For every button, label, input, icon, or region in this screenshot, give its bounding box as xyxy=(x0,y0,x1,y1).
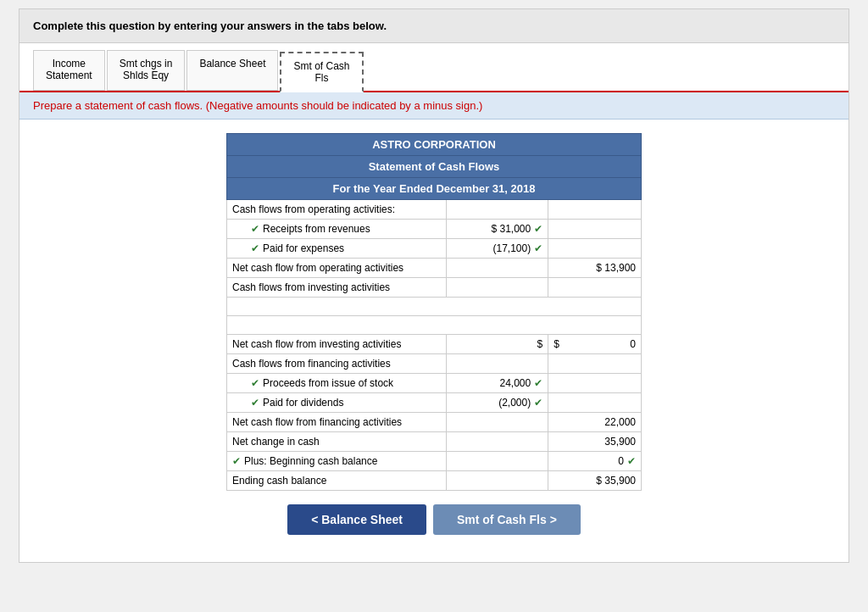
instruction-warning: (Negative amounts should be indicated by… xyxy=(206,99,483,112)
nav-buttons: < Balance Sheet Smt of Cash Fls > xyxy=(33,504,835,548)
content-area: ASTRO CORPORATION Statement of Cash Flow… xyxy=(19,120,849,562)
table-row: Ending cash balance$ 35,900 xyxy=(227,471,642,491)
table-row: Net cash flow from financing activities2… xyxy=(227,413,642,432)
table-row: ✔Paid for expenses(17,100)✔ xyxy=(227,239,642,259)
company-name: ASTRO CORPORATION xyxy=(227,134,642,156)
table-row: ✔Paid for dividends(2,000)✔ xyxy=(227,393,642,413)
tab-smt-cash[interactable]: Smt of CashFls xyxy=(280,52,363,92)
instruction-bar: Complete this question by entering your … xyxy=(19,9,849,43)
table-row: Cash flows from financing activities xyxy=(227,354,642,374)
tab-balance-sheet[interactable]: Balance Sheet xyxy=(186,50,278,91)
table-row: Net change in cash35,900 xyxy=(227,432,642,452)
statement-title: Statement of Cash Flows xyxy=(227,156,642,178)
statement-table: ASTRO CORPORATION Statement of Cash Flow… xyxy=(226,133,642,491)
table-row: Net cash flow from operating activities$… xyxy=(227,259,642,278)
instruction-main: Prepare a statement of cash flows. xyxy=(33,99,203,112)
prev-button[interactable]: < Balance Sheet xyxy=(287,504,426,535)
next-button[interactable]: Smt of Cash Fls > xyxy=(433,504,581,535)
table-row: ✔Receipts from revenues$ 31,000✔ xyxy=(227,220,642,239)
table-row xyxy=(227,316,642,335)
tab-smt-chgs[interactable]: Smt chgs inShlds Eqy xyxy=(107,50,186,91)
table-row xyxy=(227,298,642,316)
instruction-text: Prepare a statement of cash flows. (Nega… xyxy=(19,92,849,120)
table-row: ✔Plus: Beginning cash balance0✔ xyxy=(227,452,642,471)
tabs-row: IncomeStatement Smt chgs inShlds Eqy Bal… xyxy=(19,43,849,92)
period: For the Year Ended December 31, 2018 xyxy=(227,178,642,200)
tab-income-statement[interactable]: IncomeStatement xyxy=(33,50,105,91)
table-row: Net cash flow from investing activities$… xyxy=(227,335,642,354)
table-row: Cash flows from operating activities: xyxy=(227,200,642,220)
table-row: Cash flows from investing activities xyxy=(227,278,642,298)
table-row: ✔Proceeds from issue of stock24,000✔ xyxy=(227,374,642,393)
